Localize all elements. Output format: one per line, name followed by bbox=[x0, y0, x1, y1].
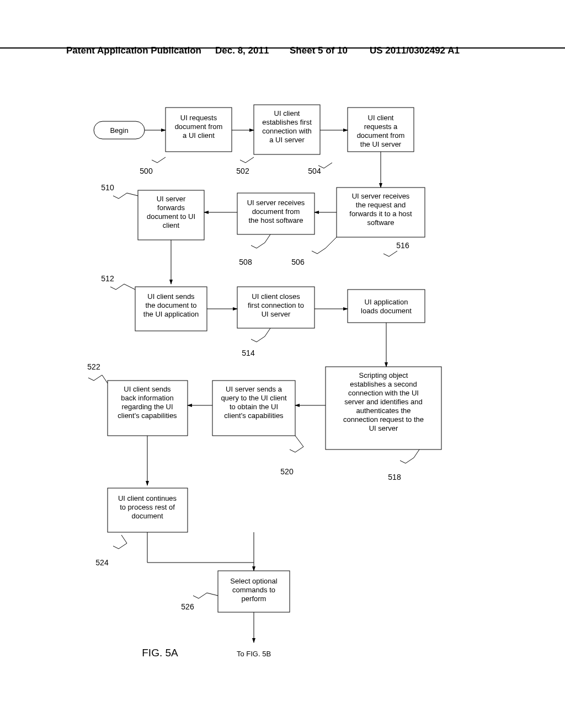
box-518-line5: authenticates the bbox=[356, 406, 411, 415]
box-500-line1: UI requests bbox=[180, 114, 217, 122]
page-header: Patent Application Publication Dec. 8, 2… bbox=[0, 45, 565, 49]
box-510-line2: forwards bbox=[157, 204, 185, 212]
box-512-line2: the document to bbox=[145, 301, 196, 309]
box-514-line2: first connection to bbox=[248, 301, 304, 309]
tick-514c bbox=[265, 328, 270, 336]
tick-518c bbox=[414, 449, 419, 458]
tick-510-lead bbox=[113, 193, 127, 199]
tick-514 bbox=[251, 336, 265, 342]
box-500-line3: a UI client bbox=[183, 131, 215, 140]
tick-508c bbox=[265, 234, 270, 243]
arrow-524-526-seg bbox=[147, 532, 254, 563]
box-504-line2: requests a bbox=[364, 122, 398, 131]
tick-506c bbox=[326, 237, 337, 248]
tick-522-lead bbox=[88, 375, 102, 381]
box-510-line3: document to UI bbox=[147, 212, 195, 221]
box-516 bbox=[348, 290, 425, 323]
continuation-label: To FIG. 5B bbox=[237, 650, 271, 658]
box-526-line3: perform bbox=[242, 595, 266, 603]
tick-512c bbox=[124, 284, 135, 290]
label-504: 504 bbox=[308, 167, 321, 175]
box-524-line2: to process rest of bbox=[120, 503, 175, 511]
tick-520c bbox=[295, 436, 303, 447]
box-514-line1: UI client closes bbox=[252, 292, 300, 301]
tick-512-lead bbox=[110, 284, 124, 290]
box-502-line3: connection with bbox=[262, 127, 312, 135]
box-520-line1: UI server sends a bbox=[226, 385, 282, 393]
label-514: 514 bbox=[242, 349, 255, 357]
box-524-line1: UI client continues bbox=[118, 494, 177, 502]
tick-502 bbox=[240, 157, 254, 163]
figure-label: FIG. 5A bbox=[142, 647, 178, 659]
box-508-line1: UI server receives bbox=[247, 199, 305, 207]
tick-526c bbox=[207, 593, 218, 596]
box-526-line1: Select optional bbox=[230, 577, 277, 585]
header-publication: Patent Application Publication bbox=[66, 45, 201, 56]
header-number: US 2011/0302492 A1 bbox=[370, 45, 460, 56]
tick-526 bbox=[193, 593, 207, 598]
label-526: 526 bbox=[181, 602, 194, 611]
box-516-line1: UI application bbox=[365, 298, 408, 306]
box-516-line2: loads document bbox=[361, 307, 412, 315]
tick-506 bbox=[312, 248, 326, 254]
begin-text: Begin bbox=[110, 126, 128, 135]
tick-516 bbox=[383, 251, 397, 256]
box-504-line3: document from bbox=[357, 131, 405, 140]
box-522-line3: regarding the UI bbox=[121, 403, 173, 411]
header-date: Dec. 8, 2011 bbox=[215, 45, 269, 56]
page: Patent Application Publication Dec. 8, 2… bbox=[0, 0, 565, 728]
box-518-line7: UI server bbox=[369, 424, 398, 432]
box-518-line4: server and identifies and bbox=[344, 398, 423, 406]
label-500: 500 bbox=[140, 167, 153, 175]
box-504-line1: UI client bbox=[368, 114, 394, 122]
box-506-line1: UI server receives bbox=[352, 192, 410, 200]
label-520: 520 bbox=[280, 467, 294, 476]
box-504-line4: the UI server bbox=[360, 140, 402, 148]
tick-510-connect bbox=[127, 193, 138, 196]
box-518-line6: connection request to the bbox=[343, 415, 424, 424]
box-500-line2: document from bbox=[175, 122, 223, 131]
box-520-line4: client's capabilities bbox=[224, 411, 284, 420]
box-506-line2: the request and bbox=[356, 201, 406, 209]
flowchart-diagram: Begin UI requests document from a UI cli… bbox=[83, 99, 480, 673]
tick-524c bbox=[121, 535, 127, 543]
label-512: 512 bbox=[101, 274, 114, 283]
box-506-line4: software bbox=[367, 218, 394, 227]
box-524-line3: document bbox=[131, 512, 163, 520]
label-518: 518 bbox=[388, 473, 401, 481]
header-sheet: Sheet 5 of 10 bbox=[290, 45, 348, 56]
box-508-line3: the host software bbox=[249, 216, 303, 224]
tick-518 bbox=[400, 458, 414, 463]
label-524: 524 bbox=[95, 558, 109, 567]
label-510: 510 bbox=[101, 183, 114, 192]
tick-524 bbox=[113, 543, 127, 549]
box-518-line1: Scripting object bbox=[359, 371, 408, 379]
box-508-line2: document from bbox=[252, 207, 300, 216]
box-502-line1: UI client bbox=[274, 109, 300, 117]
label-502: 502 bbox=[236, 167, 249, 175]
box-522-line4: client's capabilities bbox=[118, 411, 177, 420]
box-512-line3: the UI application bbox=[143, 310, 199, 318]
box-526-line2: commands to bbox=[232, 586, 275, 594]
box-520-line3: to obtain the UI bbox=[230, 403, 278, 411]
box-510-line1: UI server bbox=[157, 195, 186, 203]
box-506-line3: forwards it to a host bbox=[349, 210, 412, 218]
box-520-line2: query to the UI client bbox=[221, 394, 287, 402]
box-514-line3: UI server bbox=[262, 310, 291, 318]
box-502-line4: a UI server bbox=[269, 136, 305, 144]
label-508: 508 bbox=[239, 258, 252, 266]
box-522-line2: back information bbox=[121, 394, 173, 402]
box-518-line3: connection with the UI bbox=[348, 389, 419, 397]
box-518-line2: establishes a second bbox=[350, 380, 417, 388]
tick-508 bbox=[251, 243, 265, 248]
box-502-line2: establishes first bbox=[262, 118, 312, 126]
tick-500 bbox=[152, 157, 166, 163]
box-522-line1: UI client sends bbox=[124, 385, 171, 393]
label-522: 522 bbox=[87, 362, 100, 371]
tick-522c bbox=[102, 375, 108, 383]
box-512-line1: UI client sends bbox=[147, 292, 195, 301]
tick-520 bbox=[290, 447, 303, 452]
box-510-line4: client bbox=[163, 221, 180, 229]
label-506: 506 bbox=[291, 258, 305, 266]
label-516: 516 bbox=[396, 241, 409, 250]
